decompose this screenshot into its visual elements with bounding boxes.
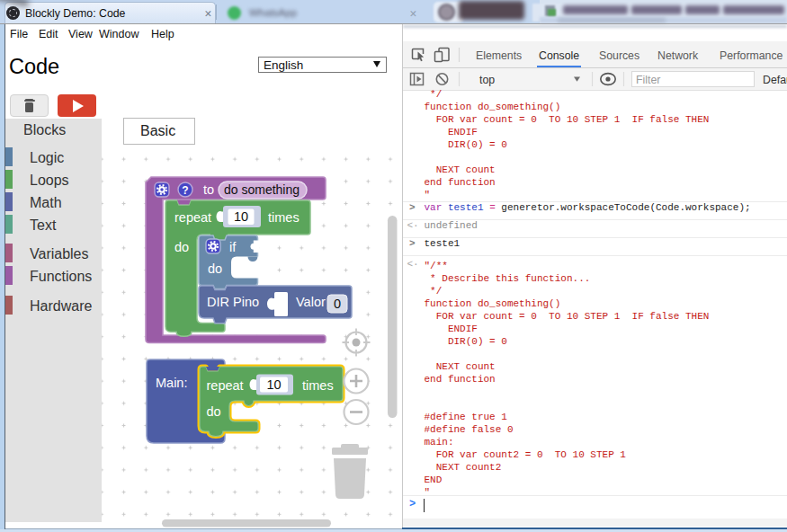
svg-text:0: 0 (334, 297, 341, 311)
svg-text:repeat: repeat (207, 378, 244, 393)
svg-text:do something: do something (224, 182, 300, 197)
svg-text:do: do (207, 404, 221, 419)
svg-text:DIR Pino: DIR Pino (207, 295, 259, 309)
svg-text:times: times (302, 378, 334, 393)
svg-text:if: if (229, 240, 237, 254)
svg-text:do: do (174, 240, 189, 254)
svg-text:10: 10 (234, 209, 248, 224)
svg-text:Main:: Main: (156, 376, 187, 390)
svg-text:do: do (208, 262, 222, 276)
svg-text:times: times (268, 210, 300, 225)
svg-text:10: 10 (266, 377, 281, 392)
svg-text:?: ? (182, 184, 188, 197)
svg-text:to: to (203, 182, 214, 197)
svg-text:repeat: repeat (174, 210, 211, 225)
svg-text:Valor: Valor (296, 295, 326, 309)
